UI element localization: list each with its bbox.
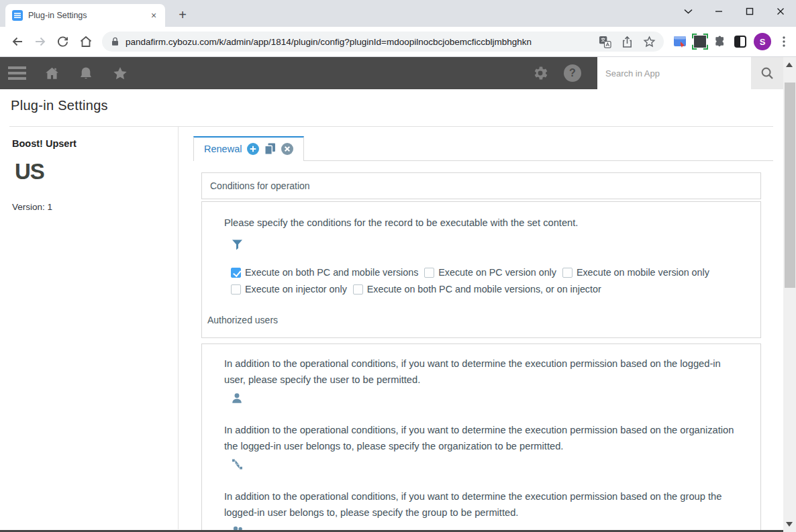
- checkbox-box-icon[interactable]: [231, 268, 241, 278]
- plugin-settings-page: Plug-in Settings Boost! Upsert US Versio…: [0, 89, 783, 532]
- translate-icon[interactable]: [599, 36, 611, 48]
- window-close-button[interactable]: [765, 0, 796, 23]
- extension-panel-icon[interactable]: [673, 35, 687, 48]
- home-icon[interactable]: [75, 31, 97, 52]
- checkbox-pc-only[interactable]: Execute on PC version only: [424, 265, 556, 280]
- filter-icon[interactable]: [231, 238, 244, 251]
- extension-darkmode-icon[interactable]: [734, 36, 746, 48]
- menu-hamburger-icon[interactable]: [8, 64, 26, 83]
- help-icon[interactable]: ?: [564, 64, 581, 82]
- window-maximize-button[interactable]: [734, 0, 765, 23]
- authorized-users-paragraph: In addition to the operational condition…: [224, 422, 747, 471]
- app-favicon-icon: [12, 10, 23, 21]
- browser-tab[interactable]: Plug-in Settings ×: [5, 4, 165, 27]
- checkbox-box-icon[interactable]: [231, 284, 241, 295]
- reload-icon[interactable]: [52, 31, 74, 52]
- authorized-users-section: In addition to the operational condition…: [201, 343, 761, 532]
- window-minimize-button[interactable]: [703, 0, 734, 23]
- back-icon[interactable]: [7, 31, 28, 52]
- app-search-button[interactable]: [751, 57, 783, 89]
- extensions-puzzle-icon[interactable]: [713, 35, 727, 48]
- app-header: ?: [0, 57, 783, 89]
- conditions-section: Please specify the conditions for the re…: [201, 201, 761, 338]
- conditions-description: Please specify the conditions for the re…: [224, 215, 741, 231]
- config-tab-bar: Renewal: [193, 136, 773, 161]
- checkbox-pc-mobile-or-injector[interactable]: Execute on both PC and mobile versions, …: [353, 282, 601, 297]
- execution-condition-checkboxes: Execute on both PC and mobile versions E…: [231, 265, 747, 297]
- delete-tab-icon[interactable]: [281, 143, 293, 155]
- plugin-config-main: Renewal Conditions for operation Please …: [179, 127, 783, 529]
- app-search-input[interactable]: [597, 57, 751, 89]
- checkbox-box-icon[interactable]: [562, 268, 573, 278]
- browser-tab-title: Plug-in Settings: [28, 11, 148, 20]
- plugin-version: Version: 1: [12, 202, 178, 212]
- forward-icon[interactable]: [30, 31, 51, 52]
- close-tab-icon[interactable]: ×: [148, 9, 160, 21]
- window-menu-chevron-icon[interactable]: [673, 0, 703, 23]
- section-header-conditions: Conditions for operation: [201, 172, 761, 199]
- checkbox-mobile-only[interactable]: Execute on mobile version only: [562, 265, 709, 280]
- browser-titlebar: Plug-in Settings × +: [0, 0, 796, 27]
- lock-icon: [110, 36, 120, 47]
- tab-renewal[interactable]: Renewal: [193, 136, 304, 161]
- extension-capture-icon[interactable]: [694, 36, 706, 48]
- section-header-authorized-users: Authorized users: [207, 315, 747, 325]
- address-bar[interactable]: pandafirm.cybozu.com/k/admin/app/1814/pl…: [102, 32, 664, 52]
- plugin-logo: US: [15, 159, 178, 184]
- checkbox-injector-only[interactable]: Execute on injector only: [231, 282, 347, 297]
- authorized-users-paragraph: In addition to the operational condition…: [224, 356, 747, 405]
- duplicate-tab-icon[interactable]: [264, 143, 276, 155]
- plugin-info-sidebar: Boost! Upsert US Version: 1: [0, 127, 179, 529]
- tab-renewal-label: Renewal: [204, 144, 242, 154]
- page-scrollbar[interactable]: [783, 57, 796, 532]
- new-tab-button[interactable]: +: [173, 5, 192, 24]
- scrollbar-thumb[interactable]: [785, 83, 795, 288]
- notifications-bell-icon[interactable]: [78, 65, 94, 82]
- search-magnifier-icon: [760, 66, 775, 81]
- url-text[interactable]: pandafirm.cybozu.com/k/admin/app/1814/pl…: [126, 37, 593, 47]
- organization-icon[interactable]: [231, 458, 244, 470]
- settings-gear-icon[interactable]: [532, 64, 549, 82]
- user-icon[interactable]: [231, 392, 243, 405]
- scrollbar-up-arrow-icon[interactable]: [786, 62, 793, 67]
- share-icon[interactable]: [621, 36, 634, 48]
- browser-menu-kebab-icon[interactable]: [779, 36, 789, 48]
- profile-avatar[interactable]: S: [754, 33, 771, 50]
- add-tab-icon[interactable]: [247, 143, 259, 155]
- bookmark-star-icon[interactable]: [643, 36, 656, 48]
- plugin-name: Boost! Upsert: [12, 138, 178, 149]
- browser-toolbar: pandafirm.cybozu.com/k/admin/app/1814/pl…: [0, 27, 796, 57]
- favorites-star-icon[interactable]: [111, 65, 129, 82]
- scrollbar-down-arrow-icon[interactable]: [786, 522, 793, 527]
- checkbox-box-icon[interactable]: [353, 284, 363, 295]
- checkbox-box-icon[interactable]: [424, 268, 434, 278]
- page-title: Plug-in Settings: [11, 98, 783, 113]
- checkbox-pc-and-mobile[interactable]: Execute on both PC and mobile versions: [231, 265, 418, 280]
- authorized-users-paragraph: In addition to the operational condition…: [224, 488, 747, 532]
- portal-home-icon[interactable]: [44, 65, 60, 82]
